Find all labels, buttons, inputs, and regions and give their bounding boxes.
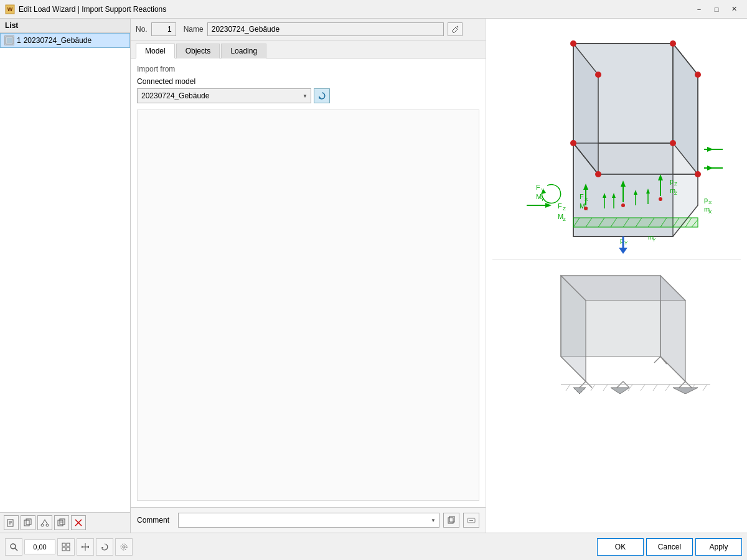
close-button[interactable]: ✕ [726,3,742,16]
connected-model-dropdown-wrapper: 20230724_Gebäude [137,88,311,103]
svg-point-34 [595,72,601,78]
svg-marker-77 [545,203,552,208]
new-button[interactable] [4,515,19,530]
svg-line-126 [653,385,657,391]
vis-diagram-bottom [499,263,735,394]
apply-button[interactable]: Apply [695,538,742,556]
comment-copy-button[interactable] [443,513,459,528]
connected-model-label: Connected model [137,77,479,86]
svg-point-11 [46,524,49,526]
name-field-group: Name [184,22,481,36]
svg-text:W: W [7,6,13,12]
svg-marker-112 [611,388,629,394]
no-input[interactable] [151,22,176,36]
settings-button[interactable] [115,538,133,556]
refresh-view-button[interactable] [96,538,113,556]
connected-model-dropdown[interactable]: 20230724_Gebäude [137,88,311,103]
cut-button[interactable] [37,515,52,530]
svg-text:Z: Z [563,206,566,212]
copy-button[interactable] [54,515,69,530]
bottom-left-icons [5,538,133,556]
entry-header: No. Name [131,19,486,40]
svg-rect-14 [58,520,63,526]
tab-bar: Model Objects Loading [131,40,486,58]
vis-diagram-top: F Y M Y F X M X F Z M Z p Z m [499,25,735,255]
svg-line-13 [45,520,47,524]
svg-rect-8 [24,520,29,526]
cancel-button[interactable]: Cancel [646,538,693,556]
list-item-icon [4,35,14,45]
duplicate-button[interactable] [21,515,35,530]
ok-button[interactable]: OK [597,538,644,556]
svg-text:p: p [670,177,674,185]
svg-line-122 [603,385,608,391]
comment-section: Comment [131,507,486,533]
svg-line-130 [703,385,707,391]
no-label: No. [136,25,148,34]
import-from-label: Import from [137,65,479,73]
refresh-button[interactable] [314,88,330,103]
svg-marker-140 [87,546,89,548]
name-input[interactable] [207,22,444,36]
svg-line-125 [641,385,645,391]
tab-model[interactable]: Model [136,44,175,58]
maximize-button[interactable]: □ [708,3,725,16]
svg-text:F: F [536,184,540,191]
svg-point-65 [584,207,588,210]
svg-point-37 [695,171,701,177]
svg-point-71 [659,197,662,201]
grid-button[interactable] [57,538,75,556]
comment-label: Comment [137,516,174,525]
list-item-number: 1 [17,36,21,45]
comment-input[interactable] [178,513,439,528]
svg-marker-139 [82,546,83,548]
list-area: 1 20230724_Gebäude [0,33,130,512]
empty-content-area [137,110,479,501]
tab-objects[interactable]: Objects [176,44,220,58]
tab-content-model: Import from Connected model 20230724_Geb… [131,58,486,507]
svg-point-142 [123,546,125,548]
minimize-button[interactable]: − [691,3,707,16]
svg-text:Z: Z [674,190,677,196]
svg-text:X: X [708,209,712,215]
svg-rect-133 [62,543,65,546]
svg-line-19 [456,27,458,29]
svg-line-127 [665,385,670,391]
svg-marker-73 [707,147,713,152]
resize-button[interactable] [77,538,94,556]
center-panel: No. Name Model [131,19,486,533]
list-item[interactable]: 1 20230724_Gebäude [0,33,130,48]
svg-rect-136 [67,548,70,551]
svg-point-38 [595,171,601,177]
comment-dropdown-wrapper [178,513,439,528]
svg-line-113 [654,357,660,363]
delete-button[interactable] [71,515,86,530]
svg-line-119 [566,385,570,391]
svg-rect-3 [7,38,12,43]
title-bar: W Edit Load Wizard | Import Support Reac… [0,0,747,19]
comment-action-button[interactable] [463,513,479,528]
connected-model-row: 20230724_Gebäude [137,88,479,103]
svg-text:F: F [580,193,584,200]
zoom-input[interactable] [24,539,55,554]
svg-marker-100 [619,248,627,254]
svg-point-68 [621,203,625,207]
search-button[interactable] [5,538,22,556]
svg-rect-21 [448,518,453,523]
svg-line-132 [15,548,17,551]
svg-point-131 [11,544,16,549]
svg-rect-9 [26,519,31,525]
svg-rect-87 [573,218,698,227]
list-header: List [0,19,130,33]
tab-loading[interactable]: Loading [221,44,266,58]
svg-rect-22 [449,516,454,522]
edit-name-button[interactable] [448,22,463,36]
svg-marker-75 [707,166,713,170]
name-label: Name [184,25,204,34]
svg-text:Z: Z [674,181,677,187]
svg-point-36 [670,140,676,146]
vis-divider [492,259,741,259]
dialog-area: List 1 20230724_Gebäude [0,19,747,533]
svg-point-10 [41,524,44,526]
svg-rect-15 [60,519,65,525]
